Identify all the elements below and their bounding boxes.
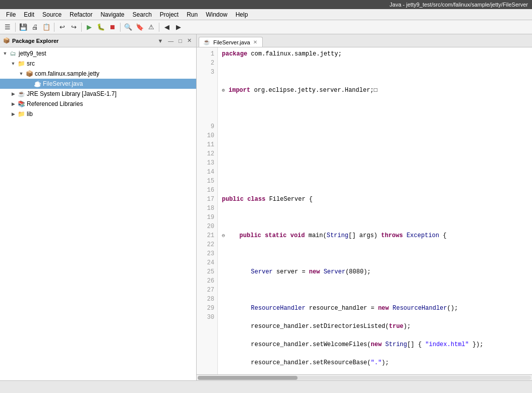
code-editor[interactable]: package com.falinux.sample.jetty; ⊕ impo… bbox=[218, 47, 532, 374]
tab-java-icon: ☕ bbox=[203, 39, 210, 45]
line-numbers: 1 2 3 9 10 11 12 13 14 15 16 17 18 19 20 bbox=[197, 47, 218, 374]
tree-label-reflibs: Referenced Libraries bbox=[27, 100, 83, 107]
tree-arrow-lib: ▶ bbox=[10, 111, 16, 117]
toolbar-sep-4 bbox=[120, 23, 121, 32]
toolbar-sep-5 bbox=[159, 23, 159, 32]
menu-window[interactable]: Window bbox=[202, 10, 231, 19]
code-line-13: Server server = new Server(8080); bbox=[222, 267, 528, 276]
main-layout: 📦 Package Explorer ▼ — □ ✕ ▼ 🗂 jetty9_te… bbox=[0, 34, 532, 380]
tree-item-jetty9test[interactable]: ▼ 🗂 jetty9_test bbox=[0, 48, 196, 59]
code-line-1: package com.falinux.sample.jetty; bbox=[222, 49, 528, 59]
tree-label-package: com.falinux.sample.jetty bbox=[35, 70, 99, 77]
toolbar-run[interactable]: ▶ bbox=[84, 22, 95, 33]
tree-label-lib: lib bbox=[27, 110, 33, 118]
tree-arrow-jetty9test: ▼ bbox=[2, 50, 8, 57]
code-line-14 bbox=[222, 286, 528, 295]
java-file-icon: ☕ bbox=[33, 80, 41, 88]
project-icon: 🗂 bbox=[9, 49, 17, 58]
lib-folder-icon: 📁 bbox=[17, 110, 25, 118]
pe-header: 📦 Package Explorer ▼ — □ ✕ bbox=[0, 34, 196, 47]
menu-project[interactable]: Project bbox=[156, 10, 183, 19]
tree-arrow-package: ▼ bbox=[18, 71, 24, 77]
code-line-2 bbox=[222, 68, 528, 77]
toolbar-copy[interactable]: 📋 bbox=[41, 22, 52, 33]
tab-filename: FileServer.java bbox=[213, 39, 250, 45]
toolbar-sep-2 bbox=[54, 23, 54, 32]
toolbar-stop[interactable]: ⏹ bbox=[107, 22, 118, 33]
tree-arrow-reflibs: ▶ bbox=[10, 101, 16, 107]
code-line-11: ⊖ public static void main(String[] args)… bbox=[222, 231, 528, 240]
status-bar bbox=[0, 380, 532, 393]
tree-item-lib[interactable]: ▶ 📁 lib bbox=[0, 109, 196, 119]
editor-scrollbar[interactable] bbox=[197, 374, 532, 380]
pe-close-btn[interactable]: ✕ bbox=[186, 37, 193, 44]
pe-menu-btn[interactable]: ▼ bbox=[156, 37, 164, 44]
toolbar-sep-3 bbox=[81, 23, 82, 32]
menu-navigate[interactable]: Navigate bbox=[96, 10, 128, 19]
scrollbar-track[interactable] bbox=[198, 376, 531, 380]
toolbar-new[interactable]: ☰ bbox=[2, 22, 13, 33]
tree-label-jre: JRE System Library [JavaSE-1.7] bbox=[27, 90, 116, 97]
tree-item-jre[interactable]: ▶ ☕ JRE System Library [JavaSE-1.7] bbox=[0, 89, 196, 99]
toolbar-undo[interactable]: ↩ bbox=[56, 22, 68, 33]
title-text: Java - jetty9_test/src/com/falinux/sampl… bbox=[390, 2, 528, 8]
code-line-5 bbox=[222, 122, 528, 131]
tree-item-src[interactable]: ▼ 📁 src bbox=[0, 59, 196, 69]
package-icon: 📦 bbox=[25, 70, 33, 78]
code-line-17: resource_handler.setWelcomeFiles(new Str… bbox=[222, 340, 528, 349]
tree-arrow-src: ▼ bbox=[10, 61, 16, 67]
code-line-3: ⊕ import org.eclipse.jetty.server.Handle… bbox=[222, 86, 528, 95]
toolbar-problems[interactable]: ⚠ bbox=[146, 22, 157, 33]
toolbar-sep-1 bbox=[15, 23, 16, 32]
code-line-4 bbox=[222, 104, 528, 113]
code-line-12 bbox=[222, 249, 528, 258]
tree-item-package[interactable]: ▼ 📦 com.falinux.sample.jetty bbox=[0, 69, 196, 79]
code-line-18: resource_handler.setResourceBase("."); bbox=[222, 358, 528, 367]
menu-edit[interactable]: Edit bbox=[20, 10, 38, 19]
tab-close-btn[interactable]: ✕ bbox=[253, 39, 257, 45]
pe-tree: ▼ 🗂 jetty9_test ▼ 📁 src ▼ 📦 com.falinux.… bbox=[0, 47, 196, 380]
toolbar-forward[interactable]: ▶ bbox=[173, 22, 184, 33]
package-explorer: 📦 Package Explorer ▼ — □ ✕ ▼ 🗂 jetty9_te… bbox=[0, 34, 197, 380]
code-line-15: ResourceHandler resource_handler = new R… bbox=[222, 304, 528, 313]
src-icon: 📁 bbox=[17, 60, 25, 68]
toolbar-redo[interactable]: ↪ bbox=[68, 22, 79, 33]
toolbar-back[interactable]: ◀ bbox=[161, 22, 172, 33]
pe-maximize-btn[interactable]: □ bbox=[177, 37, 184, 44]
editor-tab-fileserver[interactable]: ☕ FileServer.java ✕ bbox=[199, 37, 263, 47]
pe-minimize-btn[interactable]: — bbox=[166, 37, 175, 44]
jre-icon: ☕ bbox=[17, 90, 25, 98]
title-bar: Java - jetty9_test/src/com/falinux/sampl… bbox=[0, 0, 532, 9]
toolbar-print[interactable]: 🖨 bbox=[29, 22, 40, 33]
toolbar: ☰ 💾 🖨 📋 ↩ ↪ ▶ 🐛 ⏹ 🔍 🔖 ⚠ ◀ ▶ bbox=[0, 20, 532, 34]
tree-item-reflibs[interactable]: ▶ 📚 Referenced Libraries bbox=[0, 99, 196, 109]
tree-arrow-fileserver bbox=[26, 81, 32, 87]
code-line-10 bbox=[222, 213, 528, 222]
editor-panel: ☕ FileServer.java ✕ 1 2 3 9 10 11 12 13 … bbox=[197, 34, 532, 380]
menu-refactor[interactable]: Refactor bbox=[66, 10, 96, 19]
toolbar-bookmark[interactable]: 🔖 bbox=[134, 22, 145, 33]
tree-label-src: src bbox=[27, 60, 35, 67]
tree-label-fileserver: FileServer.java bbox=[43, 80, 83, 87]
menu-help[interactable]: Help bbox=[231, 10, 252, 19]
menu-file[interactable]: File bbox=[2, 10, 20, 19]
tree-item-fileserver[interactable]: ☕ FileServer.java bbox=[0, 79, 196, 89]
toolbar-search[interactable]: 🔍 bbox=[123, 22, 134, 33]
toolbar-debug[interactable]: 🐛 bbox=[95, 22, 106, 33]
menu-run[interactable]: Run bbox=[183, 10, 202, 19]
menu-search[interactable]: Search bbox=[129, 10, 156, 19]
editor-tab-bar: ☕ FileServer.java ✕ bbox=[197, 34, 532, 47]
code-line-7 bbox=[222, 158, 528, 167]
toolbar-save[interactable]: 💾 bbox=[18, 22, 29, 33]
code-line-9: public class FileServer { bbox=[222, 195, 528, 204]
tree-arrow-jre: ▶ bbox=[10, 91, 16, 97]
code-area: 1 2 3 9 10 11 12 13 14 15 16 17 18 19 20 bbox=[197, 47, 532, 374]
reflib-icon: 📚 bbox=[17, 100, 25, 108]
menu-source[interactable]: Source bbox=[38, 10, 66, 19]
scrollbar-thumb[interactable] bbox=[198, 376, 298, 380]
tree-label-jetty9test: jetty9_test bbox=[19, 50, 46, 57]
pe-title: Package Explorer bbox=[12, 38, 154, 44]
code-line-8 bbox=[222, 177, 528, 186]
code-line-16: resource_handler.setDirectoriesListed(tr… bbox=[222, 322, 528, 331]
menu-bar: File Edit Source Refactor Navigate Searc… bbox=[0, 9, 532, 20]
